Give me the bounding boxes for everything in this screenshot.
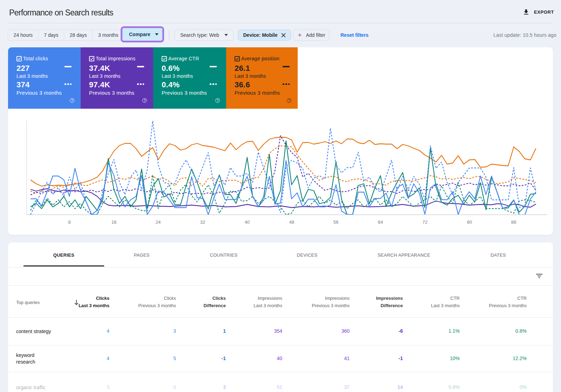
svg-text:80: 80 [467,219,472,225]
svg-text:24: 24 [156,219,161,225]
svg-text:16: 16 [111,219,116,225]
svg-text:56: 56 [333,219,338,225]
svg-text:72: 72 [423,219,427,225]
svg-text:40: 40 [245,219,250,225]
svg-text:88: 88 [511,219,516,225]
svg-text:64: 64 [378,219,383,225]
svg-text:8: 8 [68,219,70,225]
svg-text:32: 32 [200,219,205,225]
svg-text:48: 48 [289,219,294,225]
